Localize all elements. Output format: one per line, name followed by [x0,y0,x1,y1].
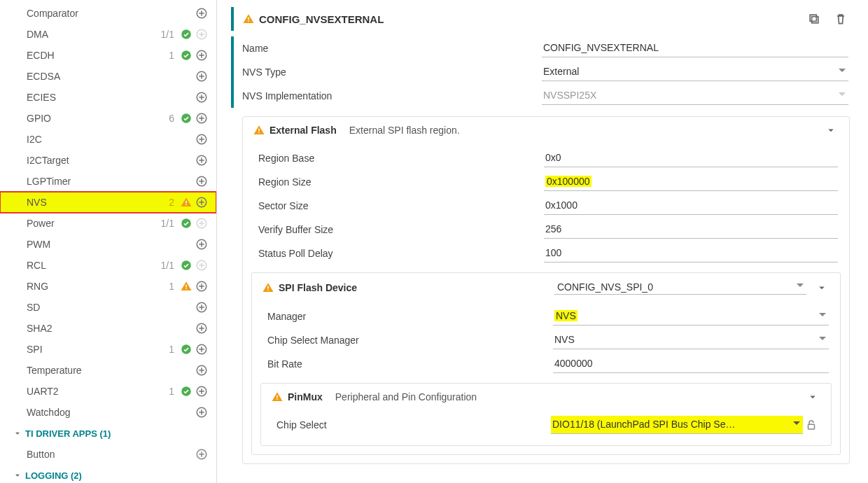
sidebar-item-label: SHA2 [27,323,176,334]
copy-button[interactable] [806,11,822,27]
sidebar-item-button[interactable]: Button [0,444,216,465]
sidebar-item-label: ECDSA [27,71,176,82]
add-icon[interactable] [195,49,208,62]
sidebar-item-ecdsa[interactable]: ECDSA [0,66,216,87]
add-icon[interactable] [195,196,208,209]
manager-select[interactable]: NVS [553,307,829,326]
add-icon[interactable] [195,385,208,398]
add-icon[interactable] [195,238,208,251]
panel-header-external-flash[interactable]: External Flash External SPI flash region… [243,117,849,144]
sidebar-group-label: TI DRIVER APPS (1) [25,428,111,439]
sidebar-group-label: LOGGING (2) [25,470,82,481]
panel-header-spi-flash[interactable]: SPI Flash Device CONFIG_NVS_SPI_0 [252,273,840,302]
bit-rate-input[interactable]: 4000000 [553,355,829,373]
sidebar-item-label: I2C [27,134,176,145]
sidebar-item-gpio[interactable]: GPIO6 [0,108,216,129]
field-nvsimpl: NVS Implementation NVSSPI25X [231,84,857,108]
add-icon[interactable] [195,154,208,167]
region-base-input[interactable]: 0x0 [544,149,838,167]
chevron-down-icon [822,124,839,136]
sidebar-group-tidriverapps[interactable]: TI DRIVER APPS (1) [0,423,216,444]
sidebar-item-label: ECIES [27,92,176,103]
chip-select-select[interactable]: DIO11/18 (LaunchPad SPI Bus Chip Se… [551,416,803,434]
add-icon[interactable] [195,280,208,293]
field-label: Manager [263,311,553,322]
sidebar-item-ecies[interactable]: ECIES [0,87,216,108]
field-label: Sector Size [254,200,544,211]
verify-buffer-input[interactable]: 256 [544,220,838,239]
nvstype-select[interactable]: External [542,63,848,81]
sidebar-item-sd[interactable]: SD [0,297,216,318]
add-icon[interactable] [195,406,208,419]
add-icon[interactable] [195,133,208,146]
sector-size-input[interactable]: 0x1000 [544,197,838,215]
region-size-input[interactable]: 0x100000 [544,173,838,191]
cs-manager-select[interactable]: NVS [553,331,829,349]
sidebar-item-count: 1/1 [160,218,174,229]
panel-subtitle: External SPI flash region. [349,125,460,136]
add-icon[interactable] [195,301,208,314]
svg-rect-35 [810,15,816,21]
field-name: Name CONFIG_NVSEXTERNAL [231,36,857,60]
svg-rect-34 [812,17,818,23]
sidebar-item-i2c[interactable]: I2C [0,129,216,150]
sidebar-item-count: 1/1 [160,260,174,271]
add-icon[interactable] [195,7,208,20]
add-icon[interactable] [195,70,208,83]
check-icon [180,259,192,272]
sidebar-item-spi[interactable]: SPI1 [0,339,216,360]
add-icon[interactable] [195,448,208,461]
add-icon[interactable] [195,322,208,335]
sidebar-item-label: NVS [27,197,160,208]
sidebar-item-label: RCL [27,260,160,271]
add-icon[interactable] [195,175,208,188]
sidebar-item-count: 1/1 [160,29,174,40]
status-poll-input[interactable]: 100 [544,244,838,262]
sidebar-item-pwm[interactable]: PWM [0,234,216,255]
check-icon [180,385,192,398]
sidebar-item-lgptimer[interactable]: LGPTimer [0,171,216,192]
lock-icon[interactable] [803,419,820,431]
field-bit-rate: Bit Rate 4000000 [252,352,840,376]
check-icon [180,49,192,62]
nvsimpl-select: NVSSPI25X [542,87,848,105]
sidebar-item-i2ctarget[interactable]: I2CTarget [0,150,216,171]
panel-subtitle: Peripheral and Pin Configuration [335,391,477,402]
field-nvstype: NVS Type External [231,60,857,84]
sidebar-item-count: 1 [160,50,174,61]
sidebar-group-logging[interactable]: LOGGING (2) [0,465,216,483]
sidebar-item-watchdog[interactable]: Watchdog [0,402,216,423]
sidebar-item-dma[interactable]: DMA1/1 [0,24,216,45]
field-label: NVS Implementation [241,90,542,102]
svg-rect-41 [276,399,278,400]
add-icon[interactable] [195,91,208,104]
field-label: Bit Rate [263,358,553,370]
add-icon[interactable] [195,112,208,125]
sidebar-item-uart2[interactable]: UART21 [0,381,216,402]
delete-button[interactable] [833,11,848,27]
svg-rect-12 [186,201,187,204]
sidebar-item-label: ECDH [27,50,160,61]
sidebar-item-comparator[interactable]: Comparator [0,3,216,24]
add-icon [195,259,208,272]
sidebar-item-ecdh[interactable]: ECDH1 [0,45,216,66]
check-icon [180,217,192,230]
sidebar-item-label: Button [27,449,195,460]
sidebar-item-power[interactable]: Power1/1 [0,213,216,234]
sidebar-item-sha2[interactable]: SHA2 [0,318,216,339]
field-label: Region Size [254,176,544,188]
sidebar-item-rcl[interactable]: RCL1/1 [0,255,216,276]
spi-device-select[interactable]: CONFIG_NVS_SPI_0 [554,280,806,295]
sidebar-item-nvs[interactable]: NVS2 [0,192,216,213]
panel-header-pinmux[interactable]: PinMux Peripheral and Pin Configuration [261,384,831,410]
add-icon[interactable] [195,364,208,377]
sidebar-item-temperature[interactable]: Temperature [0,360,216,381]
name-input[interactable]: CONFIG_NVSEXTERNAL [542,39,848,57]
page-title: CONFIG_NVSEXTERNAL [259,13,384,25]
sidebar-item-rng[interactable]: RNG1 [0,276,216,297]
add-icon[interactable] [195,343,208,356]
svg-rect-21 [186,288,187,290]
field-label: Status Poll Delay [254,248,544,259]
field-verify-buffer: Verify Buffer Size 256 [243,218,849,241]
field-label: Chip Select Manager [263,335,553,346]
